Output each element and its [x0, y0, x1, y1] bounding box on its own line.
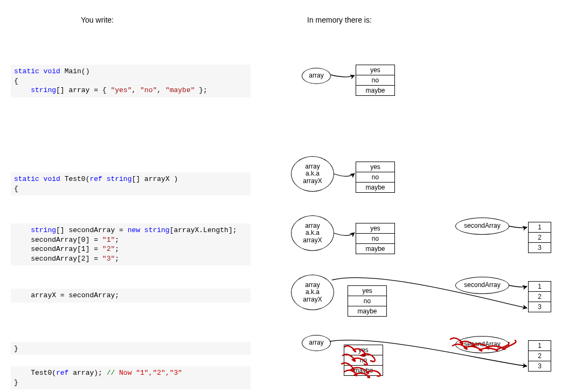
code-block-secondarray: string[] secondArray = new string[arrayX… [11, 223, 251, 265]
heap-box-a-dead: yes no maybe [344, 345, 383, 376]
code-block-close-test0: } [11, 342, 251, 355]
heap-box-a: yes no maybe [348, 285, 387, 317]
heap-box-a: yes no maybe [356, 162, 395, 193]
heap-box-b: 1 2 3 [528, 281, 551, 312]
heap-box-b: 1 2 3 [528, 222, 551, 253]
diagram-row-5: array yes no maybe secondArray 1 2 3 [291, 334, 571, 392]
diagram-row-1: array yes no maybe [291, 65, 560, 124]
var-bubble-array: array [302, 335, 331, 351]
code-block-assign: arrayX = secondArray; [11, 289, 251, 303]
right-column-heading: In memory there is: [307, 16, 372, 24]
var-bubble-array: array [302, 68, 331, 84]
var-bubble-array-arrayx: array a.k.a arrayX [291, 156, 334, 192]
diagram-row-3: array a.k.a arrayX yes no maybe secondAr… [291, 215, 571, 275]
var-bubble-array-arrayx: array a.k.a arrayX [291, 275, 334, 310]
var-bubble-array-arrayx: array a.k.a arrayX [291, 215, 334, 251]
heap-box-a: yes no maybe [356, 65, 395, 96]
diagram-row-4: array a.k.a arrayX yes no maybe secondAr… [291, 275, 571, 334]
var-bubble-secondarray-dead: secondArray [455, 336, 509, 353]
code-block-call: Test0(ref array); // Now "1","2","3" } [11, 366, 251, 389]
code-block-main-decl: static void Main() { string[] array = { … [11, 65, 251, 97]
diagram-row-2: array a.k.a arrayX yes no maybe [291, 156, 560, 215]
var-bubble-secondarray: secondArray [455, 218, 509, 235]
var-bubble-secondarray: secondArray [455, 277, 509, 294]
heap-box-b: 1 2 3 [528, 340, 551, 372]
heap-box-a: yes no maybe [356, 223, 395, 254]
code-block-test0-sig: static void Test0(ref string[] arrayX ) … [11, 172, 251, 195]
left-column-heading: You write: [81, 16, 114, 24]
